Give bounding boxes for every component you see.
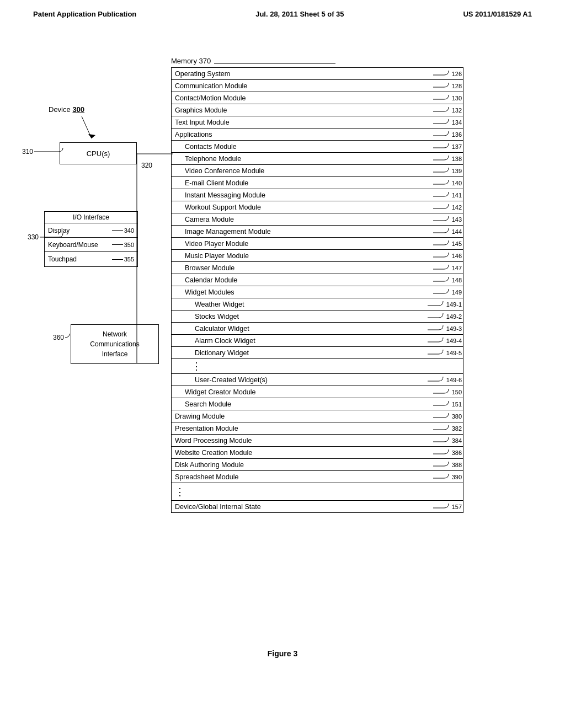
module-row-label: Weather Widget [191, 299, 428, 309]
io-title: I/O Interface [45, 212, 137, 223]
module-row-label: Music Player Module [182, 251, 433, 261]
ref-number: 149-6 [446, 377, 462, 383]
module-row: Drawing Module380 [172, 410, 463, 422]
module-row: Dictionary Widget149-5 [172, 347, 463, 359]
dots-row2: ⋮ [172, 483, 463, 501]
module-row: Camera Module143 [172, 213, 463, 226]
module-ref: 138 [433, 154, 463, 163]
header-center: Jul. 28, 2011 Sheet 5 of 35 [255, 10, 344, 18]
module-row-label: Workout Support Module [182, 202, 433, 212]
ref-number: 380 [452, 413, 462, 420]
module-ref: 130 [433, 94, 463, 103]
module-row: Calendar Module148 [172, 274, 463, 286]
module-row: Image Management Module144 [172, 226, 463, 238]
module-ref: 126 [433, 69, 463, 78]
module-row: Contacts Module137 [172, 141, 463, 153]
module-row-label: Presentation Module [172, 424, 433, 433]
module-row: Disk Authoring Module388 [172, 459, 463, 471]
ref-number: 388 [452, 462, 462, 468]
header-right: US 2011/0181529 A1 [463, 10, 532, 18]
svg-marker-2 [88, 134, 95, 138]
module-row-label: Disk Authoring Module [172, 460, 433, 470]
module-ref: 143 [433, 215, 463, 224]
module-ref: 157 [433, 502, 463, 511]
module-row: Stocks Widget149-2 [172, 311, 463, 323]
ref-number: 145 [452, 240, 462, 247]
module-row-label: Website Creation Module [172, 448, 433, 458]
keyboard-ref: 350 [112, 242, 134, 248]
ref-number: 130 [452, 95, 462, 101]
module-row-label: Word Processing Module [172, 436, 433, 446]
touchpad-row: Touchpad 355 [45, 252, 137, 266]
module-ref: 390 [433, 473, 463, 481]
ref-number: 149-3 [446, 325, 462, 332]
module-row-label: Alarm Clock Widget [191, 336, 428, 346]
ref-number: 148 [452, 277, 462, 283]
ref-number: 157 [452, 504, 462, 510]
module-row-label: Instant Messaging Module [182, 190, 433, 200]
touchpad-ref: 355 [112, 256, 134, 263]
module-row-label: Applications [172, 130, 433, 140]
module-row-label: Telephone Module [182, 154, 433, 164]
io-interface-box: I/O Interface Display 340 Keyboard/Mouse… [44, 211, 138, 267]
ref-number: 147 [452, 265, 462, 271]
module-ref: 149 [433, 288, 463, 297]
module-ref: 142 [433, 203, 463, 212]
header-left: Patent Application Publication [33, 10, 136, 18]
keyboard-row: Keyboard/Mouse 350 [45, 238, 137, 252]
module-row-label: Camera Module [182, 215, 433, 224]
module-ref: 145 [433, 239, 463, 248]
ref-number: 143 [452, 216, 462, 223]
display-row: Display 340 [45, 223, 137, 238]
module-row: Device/Global Internal State157 [172, 501, 463, 513]
module-ref: 149-1 [428, 300, 463, 309]
module-ref: 149-3 [428, 324, 463, 333]
module-row-label: Image Management Module [182, 227, 433, 237]
module-row-label: Search Module [182, 399, 433, 409]
module-row-label: Contacts Module [182, 142, 433, 152]
module-row-label: Stocks Widget [191, 312, 428, 322]
module-row: Presentation Module382 [172, 422, 463, 435]
ref-number: 140 [452, 180, 462, 186]
module-row-label: Drawing Module [172, 411, 433, 421]
module-ref: 149-5 [428, 349, 463, 357]
ref-number: 144 [452, 228, 462, 235]
module-list: Operating System126Communication Module1… [171, 67, 463, 513]
module-ref: 128 [433, 82, 463, 90]
network-ref: 360 [53, 334, 83, 341]
module-ref: 150 [433, 388, 463, 397]
module-row: Search Module151 [172, 398, 463, 410]
module-ref: 149-2 [428, 312, 463, 321]
module-row: Workout Support Module142 [172, 201, 463, 213]
diagram-area: Memory 370 Operating System126Communicat… [0, 24, 565, 675]
ref-number: 384 [452, 437, 462, 444]
module-row: Widget Creator Module150 [172, 386, 463, 398]
module-row-label: Operating System [172, 69, 433, 79]
module-ref: 382 [433, 424, 463, 433]
module-row: Applications136 [172, 129, 463, 141]
module-row-label: Video Conference Module [182, 166, 433, 176]
module-row: Widget Modules149 [172, 286, 463, 298]
module-row-label: Graphics Module [172, 105, 433, 115]
module-row: Communication Module128 [172, 80, 463, 92]
module-ref: 147 [433, 264, 463, 272]
ref-number: 150 [452, 389, 462, 395]
module-ref: 151 [433, 400, 463, 409]
figure-label: Figure 3 [268, 649, 297, 658]
ref-number: 139 [452, 168, 462, 174]
module-ref: 140 [433, 179, 463, 188]
module-row: E-mail Client Module140 [172, 177, 463, 189]
ref-number: 137 [452, 143, 462, 150]
ref-number: 390 [452, 474, 462, 480]
module-ref: 137 [433, 142, 463, 151]
module-row-label: Spreadsheet Module [172, 472, 433, 482]
touchpad-label: Touchpad [48, 255, 77, 263]
module-ref: 149-6 [428, 376, 463, 384]
module-row-label: Communication Module [172, 81, 433, 91]
ref-number: 142 [452, 204, 462, 211]
ref-number: 126 [452, 71, 462, 77]
device-arrow [65, 116, 98, 144]
ref-number: 149 [452, 289, 462, 296]
module-ref: 134 [433, 118, 463, 127]
module-ref: 386 [433, 448, 463, 457]
